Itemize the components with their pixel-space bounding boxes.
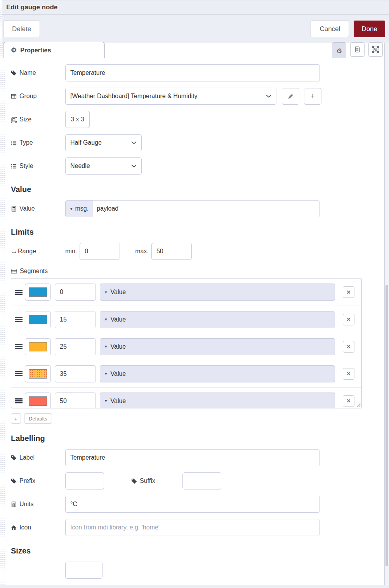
prefix-suffix-row: Prefix Suffix xyxy=(11,472,384,489)
close-icon: ✕ xyxy=(347,316,351,322)
sizes-partial-input[interactable] xyxy=(65,562,102,579)
resize-handle-icon[interactable] xyxy=(355,401,361,407)
description-tab-button[interactable] xyxy=(350,42,365,57)
style-row: Style Needle xyxy=(11,157,384,175)
th-list-icon xyxy=(11,268,17,274)
close-icon: ✕ xyxy=(347,289,351,295)
scrollbar-thumb[interactable] xyxy=(386,285,388,566)
style-select[interactable]: Needle xyxy=(65,157,142,175)
tab-icon-group: ⚙ xyxy=(332,42,383,59)
segment-type-dropdown[interactable]: ▾ Value xyxy=(100,365,335,382)
icon-input[interactable] xyxy=(65,519,320,536)
pencil-icon xyxy=(288,93,293,99)
tab-properties-label: Properties xyxy=(20,47,51,54)
value-section-heading: Value xyxy=(11,185,384,194)
segment-value-input[interactable] xyxy=(55,365,96,382)
type-select[interactable]: Half Gauge xyxy=(65,134,142,151)
remove-segment-button[interactable]: ✕ xyxy=(343,286,354,298)
remove-segment-button[interactable]: ✕ xyxy=(343,341,354,353)
drag-handle-icon[interactable] xyxy=(15,371,23,376)
suffix-label: Suffix xyxy=(131,477,155,484)
range-min-input[interactable] xyxy=(80,243,120,260)
prefix-label: Prefix xyxy=(11,477,65,484)
segment-row: ▾ Value ✕ xyxy=(11,306,361,333)
group-select[interactable]: [Weather Dashboard] Temperature & Humidi… xyxy=(65,88,276,105)
caret-down-icon: ▾ xyxy=(70,207,73,211)
color-swatch xyxy=(29,369,47,379)
scrollbar-track[interactable] xyxy=(384,43,389,585)
msg-type-button[interactable]: ▾ msg. xyxy=(66,201,93,217)
segment-value-input[interactable] xyxy=(55,393,96,409)
label-row: Label xyxy=(11,449,384,466)
value-input-text[interactable]: payload xyxy=(93,205,118,212)
drag-handle-icon[interactable] xyxy=(15,344,23,349)
name-input[interactable] xyxy=(65,64,320,81)
drag-handle-icon[interactable] xyxy=(15,398,23,403)
segment-type-dropdown[interactable]: ▾ Value xyxy=(100,393,335,409)
value-typed-input[interactable]: ▾ msg. payload xyxy=(65,200,320,217)
segment-type-dropdown[interactable]: ▾ Value xyxy=(100,311,335,328)
segment-type-dropdown[interactable]: ▾ Value xyxy=(100,338,335,355)
close-icon: ✕ xyxy=(347,398,351,404)
size-button[interactable]: 3 x 3 xyxy=(65,111,90,128)
caret-down-icon: ▾ xyxy=(105,372,107,376)
edit-group-button[interactable] xyxy=(282,88,299,105)
range-label: ↔ Range xyxy=(11,247,65,255)
value-label: Value xyxy=(11,205,65,212)
segment-color-button[interactable] xyxy=(25,365,51,382)
segment-color-button[interactable] xyxy=(25,284,51,301)
calculator-icon xyxy=(11,502,17,507)
dialog-title: Edit gauge node xyxy=(6,3,57,11)
range-max-input[interactable] xyxy=(151,243,192,260)
remove-segment-button[interactable]: ✕ xyxy=(343,395,354,407)
prefix-input[interactable] xyxy=(65,472,104,489)
segment-color-button[interactable] xyxy=(25,338,51,355)
calculator-icon xyxy=(11,206,17,212)
type-label: Type xyxy=(11,139,65,146)
color-swatch xyxy=(29,396,47,406)
segments-actions: + Defaults xyxy=(11,413,384,424)
cancel-button[interactable]: Cancel xyxy=(311,21,349,37)
dialog-header: Edit gauge node xyxy=(2,0,389,15)
caret-down-icon: ▾ xyxy=(105,399,107,403)
segment-value-input[interactable] xyxy=(55,284,96,301)
units-label: Units xyxy=(11,501,65,508)
remove-segment-button[interactable]: ✕ xyxy=(343,368,354,380)
units-row: Units xyxy=(11,496,384,513)
add-segment-button[interactable]: + xyxy=(11,413,21,424)
icon-row: Icon xyxy=(11,519,384,536)
segment-type-dropdown[interactable]: ▾ Value xyxy=(100,284,335,301)
segment-row: ▾ Value ✕ xyxy=(11,360,361,387)
segment-value-input[interactable] xyxy=(55,311,96,328)
appearance-tab-button[interactable] xyxy=(368,42,383,57)
dialog-button-bar: Delete Cancel Done xyxy=(2,15,389,43)
range-row: ↔ Range min. max. xyxy=(11,243,384,260)
segment-row: ▾ Value ✕ xyxy=(11,333,361,360)
caret-down-icon: ▾ xyxy=(105,290,107,294)
segments-list: ▾ Value ✕ ▾ Value ✕ xyxy=(11,278,362,408)
label-input[interactable] xyxy=(65,449,320,466)
add-group-button[interactable]: + xyxy=(304,88,321,105)
properties-tab-button[interactable]: ⚙ xyxy=(332,42,346,59)
done-button[interactable]: Done xyxy=(354,21,385,37)
style-label: Style xyxy=(11,163,65,169)
tab-properties[interactable]: ⚙ Properties xyxy=(3,42,105,58)
segment-color-button[interactable] xyxy=(25,311,51,328)
segment-value-input[interactable] xyxy=(55,338,96,355)
units-input[interactable] xyxy=(65,496,320,513)
defaults-button[interactable]: Defaults xyxy=(24,413,52,424)
drag-handle-icon[interactable] xyxy=(15,290,23,295)
remove-segment-button[interactable]: ✕ xyxy=(343,314,354,325)
table-icon xyxy=(11,93,17,99)
type-row: Type Half Gauge xyxy=(11,134,384,151)
drag-handle-icon[interactable] xyxy=(15,317,23,322)
tag-icon xyxy=(11,478,17,484)
segment-color-button[interactable] xyxy=(25,393,51,409)
document-icon xyxy=(354,46,361,53)
suffix-input[interactable] xyxy=(182,472,221,489)
name-row: Name xyxy=(11,64,384,81)
tab-bar: ⚙ Properties ⚙ xyxy=(5,43,384,58)
delete-button[interactable]: Delete xyxy=(3,21,40,37)
chevron-down-icon xyxy=(131,141,137,144)
caret-down-icon: ▾ xyxy=(105,317,107,322)
